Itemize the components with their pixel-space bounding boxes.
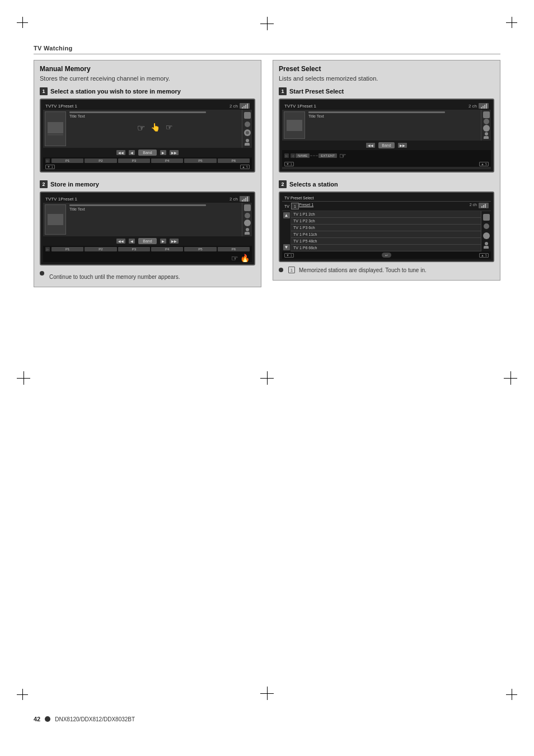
p4-btn-s2[interactable]: P4 bbox=[151, 247, 183, 251]
list-item-1[interactable]: TV 1 P2 3ch bbox=[291, 218, 481, 225]
manual-memory-step1-label: 1 Select a station you wish to store in … bbox=[40, 87, 181, 95]
tv-top-bar-preset: TV TV 1 Preset 1 2 ch bbox=[282, 102, 491, 110]
p2-btn-s2[interactable]: P2 bbox=[85, 247, 116, 251]
tv-preset-list-view: TV Preset Select TV 1 Preset 1 bbox=[282, 195, 491, 259]
p1-btn-s2[interactable]: P1 bbox=[51, 247, 83, 251]
manual-memory-desc: Stores the current receiving channel in … bbox=[40, 75, 255, 82]
footnote-bullet bbox=[279, 268, 283, 272]
band-btn-preset[interactable]: Band bbox=[378, 142, 394, 148]
hand-icon-right: ☞ bbox=[166, 123, 173, 133]
tv-screen-step1: TV TV 1 Preset 1 2 ch bbox=[40, 99, 255, 172]
tv-icon-1 bbox=[244, 112, 251, 119]
list-item-0[interactable]: TV 1 P1 2ch bbox=[291, 211, 481, 218]
flame-icon: 🔥 bbox=[240, 254, 250, 262]
preset-step2-text: Selects a station bbox=[289, 181, 338, 188]
hand-icon-left: ☞ bbox=[137, 123, 145, 133]
tv-title-text-step1: Title Text bbox=[69, 114, 240, 118]
page-model: DNX8120/DDX812/DDX8032BT bbox=[55, 716, 135, 722]
footnote-container: 1 Memorized stations are displayed. Touc… bbox=[279, 267, 494, 274]
p3-btn[interactable]: P3 bbox=[118, 158, 150, 163]
section-header: TV Watching bbox=[34, 45, 500, 54]
crosshair-center bbox=[260, 371, 274, 385]
ext-ent-btn[interactable]: EXT.ENT bbox=[318, 153, 337, 158]
preset-step2-num: 2 bbox=[279, 180, 287, 188]
p6-btn[interactable]: P6 bbox=[218, 158, 250, 163]
tv-controls-step1: ◀◀ ◀ Band ▶ ▶▶ bbox=[43, 148, 252, 157]
hand-memory-icon: ☞ bbox=[231, 254, 238, 262]
tv-bottom-preset: ▼ 1 ▲ 5 bbox=[282, 161, 491, 167]
preset-select-title: Preset Select bbox=[279, 65, 494, 73]
preset-list: TV 1 P1 2ch TV 1 P2 3ch TV 1 P3 6ch TV 1… bbox=[291, 211, 481, 251]
preset-select-box: Preset Select Lists and selects memorize… bbox=[273, 60, 500, 281]
tv-controls-step2: ◀◀ ◀ Band ▶ ▶▶ bbox=[43, 236, 252, 246]
preset-list-container: ▲ ▼ TV 1 P1 2ch TV 1 P2 3ch TV 1 P3 6ch … bbox=[282, 211, 491, 251]
p3-btn-s2[interactable]: P3 bbox=[118, 247, 150, 251]
reg-mark-tr bbox=[506, 17, 517, 28]
preset-row-step2: ▷ P1 P2 P3 P4 P5 P6 bbox=[43, 246, 252, 253]
preset-row-step1: ▷ P1 P2 P3 P4 P5 P6 bbox=[43, 157, 252, 164]
tv-preset-step1: Preset 1 bbox=[60, 104, 77, 109]
crosshair-right bbox=[504, 371, 517, 385]
tv-icon-2 bbox=[245, 122, 250, 127]
tv-inner-step1: TV TV 1 Preset 1 2 ch bbox=[43, 102, 252, 169]
page-number: 42 bbox=[34, 716, 40, 722]
preset-step1-label: 1 Start Preset Select bbox=[279, 87, 344, 95]
preset-step1-num: 1 bbox=[279, 87, 287, 95]
reg-mark-br bbox=[506, 689, 517, 700]
tv-inner-preset-step1: TV TV 1 Preset 1 2 ch bbox=[282, 102, 491, 169]
tv-preset-select-label: TV Preset Select bbox=[284, 196, 314, 200]
manual-memory-box: Manual Memory Stores the current receivi… bbox=[34, 60, 261, 287]
tv-label-step1: TV bbox=[45, 104, 51, 109]
tv-icon-3 bbox=[244, 129, 251, 136]
footnote-text: Memorized stations are displayed. Touch … bbox=[299, 267, 427, 274]
preset-step1-text: Start Preset Select bbox=[289, 88, 344, 95]
reg-mark-bl bbox=[17, 689, 28, 700]
step1-text: Select a station you wish to store in me… bbox=[50, 88, 181, 95]
list-down-btn[interactable]: ▼ bbox=[283, 244, 290, 250]
tv-screen-preset-step2: TV Preset Select TV 1 Preset 1 bbox=[279, 192, 494, 262]
p4-btn[interactable]: P4 bbox=[151, 158, 183, 163]
band-btn-step2[interactable]: Band bbox=[138, 238, 156, 244]
p5-btn[interactable]: P5 bbox=[184, 158, 216, 163]
tv-ch-step1: 2 ch bbox=[229, 104, 238, 109]
list-item-3[interactable]: TV 1 P4 11ch bbox=[291, 231, 481, 238]
tv1-label-step1: TV 1 bbox=[51, 104, 60, 109]
tv-bottom-step1: ▼ 1 ▲ 5 bbox=[43, 164, 252, 169]
crosshair-left bbox=[17, 371, 30, 385]
page-footer: 42 DNX8120/DDX812/DDX8032BT bbox=[34, 716, 500, 722]
tv-inner-step2: TV TV 1 Preset 1 2 ch bbox=[43, 195, 252, 262]
preset-step2-label: 2 Selects a station bbox=[279, 180, 338, 188]
p1-btn[interactable]: P1 bbox=[51, 158, 83, 163]
step2-num: 2 bbox=[40, 180, 48, 188]
step2-text: Store in memory bbox=[50, 181, 99, 188]
list-up-btn[interactable]: ▲ bbox=[283, 212, 290, 218]
p5-btn-s2[interactable]: P5 bbox=[184, 247, 216, 251]
tv-controls-preset-step1: ◀◀ Band ▶▶ bbox=[282, 141, 491, 150]
preset-select-desc: Lists and selects memorized station. bbox=[279, 75, 494, 82]
band-btn-step1[interactable]: Band bbox=[138, 150, 156, 156]
list-item-4[interactable]: TV 1 P5 48ch bbox=[291, 238, 481, 245]
note-text: Continue to touch until the memory numbe… bbox=[49, 273, 180, 281]
footnote-num: 1 bbox=[288, 267, 295, 273]
step1-num: 1 bbox=[40, 87, 48, 95]
back-btn[interactable]: ↩ bbox=[382, 253, 391, 258]
list-item-2[interactable]: TV 1 P3 6ch bbox=[291, 225, 481, 231]
reg-mark-tl bbox=[17, 17, 28, 28]
preset-select-section: Preset Select Lists and selects memorize… bbox=[273, 60, 500, 290]
manual-memory-section: Manual Memory Stores the current receivi… bbox=[34, 60, 261, 290]
tv-screen-step2: TV TV 1 Preset 1 2 ch bbox=[40, 192, 255, 265]
list-item-5[interactable]: TV 1 P6 66ch bbox=[291, 245, 481, 251]
hand-icon-band: 👆 bbox=[151, 123, 160, 133]
crosshair-bottom bbox=[260, 687, 274, 700]
tv-screen-preset-step1: TV TV 1 Preset 1 2 ch bbox=[279, 99, 494, 172]
p6-btn-s2[interactable]: P6 bbox=[218, 247, 250, 251]
name-btn[interactable]: NAME bbox=[296, 153, 310, 158]
crosshair-top bbox=[260, 17, 274, 30]
note-bullet bbox=[40, 271, 44, 276]
tv-top-bar-step1: TV TV 1 Preset 1 2 ch bbox=[43, 102, 252, 110]
page-circle bbox=[45, 716, 50, 722]
p2-btn[interactable]: P2 bbox=[85, 158, 116, 163]
tv-top-bar-step2: TV TV 1 Preset 1 2 ch bbox=[43, 195, 252, 203]
hand-icon-preset: ☞ bbox=[339, 151, 346, 160]
manual-memory-title: Manual Memory bbox=[40, 65, 255, 73]
